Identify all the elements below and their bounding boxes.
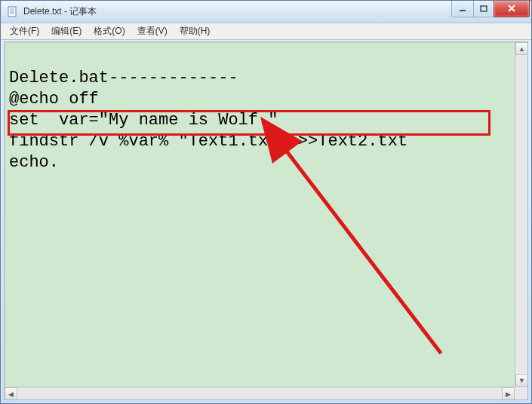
menu-view[interactable]: 查看(V) (131, 23, 174, 39)
scroll-up-icon[interactable]: ▲ (515, 42, 528, 55)
scroll-corner (515, 387, 527, 399)
window-controls (452, 1, 530, 17)
text-content[interactable]: Delete.bat-------------@echo offset var=… (5, 42, 527, 220)
code-line: findstr /v %var% "Text1.txt" >>Text2.txt (9, 131, 523, 152)
code-line: set var="My name is Wolf." (9, 110, 523, 131)
maximize-button[interactable] (473, 1, 494, 17)
menubar: 文件(F) 编辑(E) 格式(O) 查看(V) 帮助(H) (1, 23, 531, 40)
scroll-right-icon[interactable]: ▶ (502, 387, 515, 400)
minimize-button[interactable] (451, 1, 474, 17)
menu-format[interactable]: 格式(O) (88, 23, 131, 39)
notepad-window: Delete.txt - 记事本 文件(F) 编辑(E) 格式(O) 查看(V)… (0, 0, 532, 404)
close-button[interactable] (494, 1, 530, 17)
code-line: Delete.bat------------- (9, 68, 523, 89)
code-line: echo. (9, 152, 523, 173)
svg-rect-6 (481, 6, 487, 11)
app-icon (7, 6, 19, 18)
code-line: @echo off (9, 89, 523, 110)
scroll-left-icon[interactable]: ◀ (5, 387, 17, 400)
menu-file[interactable]: 文件(F) (4, 23, 45, 39)
text-editor-area[interactable]: Delete.bat-------------@echo offset var=… (4, 41, 528, 400)
horizontal-scrollbar[interactable]: ◀ ▶ (5, 387, 515, 399)
menu-edit[interactable]: 编辑(E) (45, 23, 88, 39)
titlebar[interactable]: Delete.txt - 记事本 (1, 1, 531, 23)
menu-help[interactable]: 帮助(H) (174, 23, 217, 39)
scroll-down-icon[interactable]: ▼ (515, 374, 528, 387)
vertical-scrollbar[interactable]: ▲ ▼ (515, 42, 527, 387)
